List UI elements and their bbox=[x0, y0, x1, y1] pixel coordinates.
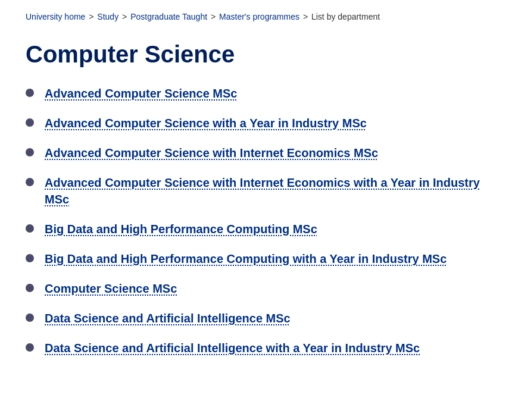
programme-link-1[interactable]: Advanced Computer Science with a Year in… bbox=[45, 115, 367, 131]
programme-link-3[interactable]: Advanced Computer Science with Internet … bbox=[45, 174, 489, 208]
programme-link-6[interactable]: Computer Science MSc bbox=[45, 280, 177, 297]
breadcrumb-separator-3: > bbox=[211, 12, 218, 21]
breadcrumb-university-home[interactable]: University home bbox=[26, 12, 85, 21]
list-bullet bbox=[26, 118, 34, 127]
programme-link-2[interactable]: Advanced Computer Science with Internet … bbox=[45, 145, 378, 161]
programme-link-7[interactable]: Data Science and Artificial Intelligence… bbox=[45, 310, 291, 327]
list-bullet bbox=[26, 224, 34, 233]
page-title: Computer Science bbox=[26, 40, 489, 68]
programme-link-4[interactable]: Big Data and High Performance Computing … bbox=[45, 221, 317, 237]
breadcrumb-separator-2: > bbox=[122, 12, 129, 21]
breadcrumb-separator-1: > bbox=[89, 12, 96, 21]
list-item: Big Data and High Performance Computing … bbox=[26, 221, 489, 237]
programme-link-8[interactable]: Data Science and Artificial Intelligence… bbox=[45, 340, 420, 356]
breadcrumb-postgraduate-taught[interactable]: Postgraduate Taught bbox=[130, 12, 207, 21]
list-bullet bbox=[26, 89, 34, 97]
list-item: Data Science and Artificial Intelligence… bbox=[26, 310, 489, 327]
list-bullet bbox=[26, 284, 34, 292]
list-item: Computer Science MSc bbox=[26, 280, 489, 297]
programme-link-5[interactable]: Big Data and High Performance Computing … bbox=[45, 250, 447, 267]
list-item: Advanced Computer Science with Internet … bbox=[26, 174, 489, 208]
breadcrumb: University home > Study > Postgraduate T… bbox=[26, 11, 489, 23]
list-item: Advanced Computer Science with a Year in… bbox=[26, 115, 489, 131]
breadcrumb-masters-programmes[interactable]: Master's programmes bbox=[219, 12, 299, 21]
list-item: Big Data and High Performance Computing … bbox=[26, 250, 489, 267]
breadcrumb-study[interactable]: Study bbox=[97, 12, 118, 21]
list-item: Advanced Computer Science with Internet … bbox=[26, 145, 489, 161]
list-item: Advanced Computer Science MSc bbox=[26, 85, 489, 102]
list-bullet bbox=[26, 148, 34, 156]
list-bullet bbox=[26, 314, 34, 322]
list-bullet bbox=[26, 343, 34, 352]
programme-list: Advanced Computer Science MScAdvanced Co… bbox=[26, 85, 489, 356]
list-bullet bbox=[26, 254, 34, 262]
breadcrumb-separator-4: > bbox=[303, 12, 310, 21]
list-item: Data Science and Artificial Intelligence… bbox=[26, 340, 489, 356]
programme-link-0[interactable]: Advanced Computer Science MSc bbox=[45, 85, 237, 102]
list-bullet bbox=[26, 178, 34, 186]
breadcrumb-current: List by department bbox=[311, 12, 380, 21]
